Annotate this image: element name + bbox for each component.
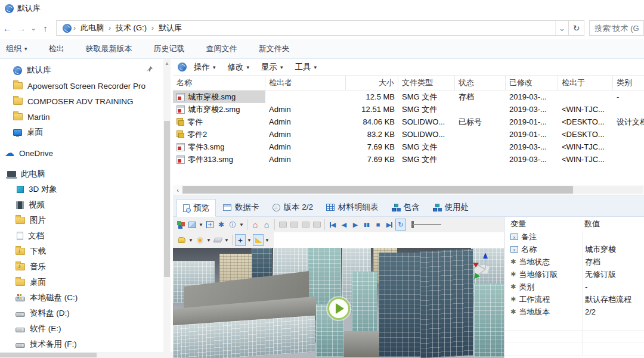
sidebar-item-drive-f[interactable]: 技术备用 (F:) <box>0 337 162 352</box>
breadcrumb-vault[interactable]: 默认库 <box>156 21 185 35</box>
column-header-checked-out-by[interactable]: 检出者 <box>265 76 346 90</box>
property-row[interactable]: ✱类别 - <box>504 281 644 293</box>
file-row[interactable]: 零件313.smg Admin 7.69 KB SMG 文件 2019-03-.… <box>173 153 644 166</box>
new-folder-button[interactable]: 新文件夹 <box>248 39 301 58</box>
tab-bom[interactable]: 材料明细表 <box>320 198 385 216</box>
tab-preview[interactable]: 预览 <box>177 199 216 217</box>
file-row[interactable]: 零件 Admin 84.06 KB SOLIDWO... 已标号 2019-01… <box>173 116 644 128</box>
address-bar[interactable]: › 此电脑 › 技术 (G:) › 默认库 ⌄ <box>56 20 569 36</box>
highlight-dot-icon[interactable] <box>194 234 205 246</box>
section-wedge-icon[interactable] <box>253 234 264 246</box>
recent-locations-dropdown[interactable]: ⌄ <box>29 21 38 35</box>
tab-version[interactable]: = 版本 2/2 <box>267 198 320 216</box>
menu-tools[interactable]: 工具 ▾ <box>290 62 322 73</box>
menu-actions[interactable]: 操作 ▾ <box>189 62 221 73</box>
lighting-icon[interactable] <box>177 234 187 246</box>
up-button[interactable]: ↑ <box>38 21 52 35</box>
column-header-state[interactable]: 状态 <box>455 76 506 90</box>
get-latest-version-button[interactable]: 获取最新版本 <box>75 39 143 58</box>
render-mode-icon[interactable] <box>175 219 186 231</box>
sidebar-item-3d-objects[interactable]: 3D 对象 <box>0 182 162 197</box>
play-button[interactable]: ▶ <box>350 219 361 231</box>
previous-frame-button[interactable]: ◀ <box>339 219 349 231</box>
chevron-down-icon[interactable]: ▼ <box>224 238 230 243</box>
camera-view-icon[interactable] <box>311 219 322 231</box>
chevron-down-icon[interactable]: ▼ <box>246 238 252 243</box>
sidebar-horizontal-scrollbar[interactable] <box>0 352 173 358</box>
alert-home-icon[interactable]: ⌂ <box>250 219 261 231</box>
3d-preview-viewport[interactable] <box>173 248 504 358</box>
tab-where-used[interactable]: 使用处 <box>427 198 475 216</box>
info-icon[interactable]: ⓘ <box>227 219 238 231</box>
chevron-down-icon[interactable]: ▼ <box>264 238 270 243</box>
sidebar-item-downloads[interactable]: ↓ 下载 <box>0 244 162 259</box>
file-row[interactable]: 零件3.smg Admin 7.69 KB SMG 文件 2019-03-...… <box>173 141 644 153</box>
menu-display[interactable]: 显示 ▾ <box>256 62 288 73</box>
sidebar-item-documents[interactable]: 文档 <box>0 228 162 244</box>
tab-contains[interactable]: 包含 <box>386 198 426 216</box>
sidebar-item-martin[interactable]: Martin <box>0 109 162 124</box>
first-frame-button[interactable]: ◀ <box>327 219 338 231</box>
search-box[interactable] <box>589 20 644 36</box>
file-row[interactable]: 城市穿梭.smg 12.5 MB SMG 文件 存档 2019-03-... - <box>173 91 644 103</box>
scrollbar-track[interactable] <box>182 186 643 194</box>
settings-gear-icon[interactable]: ✱ <box>216 219 227 231</box>
file-list-horizontal-scrollbar[interactable]: ‹ <box>173 185 644 195</box>
file-row[interactable]: 城市穿梭2.smg Admin 12.51 MB SMG 文件 2019-03-… <box>173 103 644 116</box>
property-row[interactable]: ✱当地状态 存档 <box>504 256 644 268</box>
sidebar-item-desktop-folder[interactable]: 桌面 <box>0 275 162 290</box>
scroll-left-arrow-icon[interactable]: ‹ <box>173 186 182 194</box>
scroll-up-arrow-icon[interactable]: ▲ <box>163 59 171 66</box>
property-row[interactable]: x名称 城市穿梭 <box>504 243 644 256</box>
column-header-size[interactable]: 大小 <box>346 76 398 90</box>
breadcrumb-this-pc[interactable]: 此电脑 <box>78 21 107 35</box>
file-row[interactable]: 零件2 Admin 83.2 KB SOLIDWO... 2019-01-...… <box>173 128 644 141</box>
property-row[interactable]: ✱当地修订版 无修订版 <box>504 268 644 281</box>
chevron-down-icon[interactable]: ▼ <box>188 238 194 243</box>
scrollbar-thumb[interactable] <box>0 353 97 357</box>
sidebar-item-composer-training[interactable]: COMPOSER ADV TRAINING <box>0 94 162 109</box>
forward-button[interactable]: → <box>14 21 29 35</box>
menu-modify[interactable]: 修改 ▾ <box>223 62 255 73</box>
last-frame-button[interactable]: ▶ <box>384 219 395 231</box>
sidebar-item-videos[interactable]: 视频 <box>0 197 162 213</box>
column-header-name[interactable]: 名称 <box>173 76 265 90</box>
column-header-file-type[interactable]: 文件类型 <box>398 76 455 90</box>
column-header-category[interactable]: 类别 <box>613 76 644 90</box>
camera-view-icon[interactable] <box>300 219 311 231</box>
scrollbar-thumb[interactable] <box>164 121 170 277</box>
pause-button[interactable]: ▮▮ <box>361 219 372 231</box>
sidebar-item-pictures[interactable]: 图片 <box>0 213 162 228</box>
camera-view-icon[interactable] <box>277 219 288 231</box>
scrollbar-thumb[interactable] <box>182 186 573 194</box>
tab-data-card[interactable]: 数据卡 <box>217 198 265 216</box>
sidebar-item-drive-c[interactable]: 本地磁盘 (C:) <box>0 290 162 306</box>
sidebar-item-this-pc[interactable]: 此电脑 <box>0 166 162 182</box>
history-button[interactable]: 历史记载 <box>143 39 196 58</box>
organize-button[interactable]: 组织 ▾ <box>0 39 38 58</box>
move-tool-icon[interactable]: + <box>235 234 246 246</box>
search-input[interactable] <box>595 24 639 33</box>
sidebar-item-vault[interactable]: 默认库 <box>0 63 162 78</box>
refresh-button[interactable]: ↻ <box>569 20 584 36</box>
sidebar-item-drive-e[interactable]: 软件 (E:) <box>0 321 162 337</box>
chevron-down-icon[interactable]: ▼ <box>198 222 204 228</box>
sidebar-item-apowersoft[interactable]: Apowersoft Screen Recorder Pro <box>0 78 162 94</box>
back-button[interactable]: ← <box>0 21 14 35</box>
property-row[interactable]: ✱当地版本 2/2 <box>504 306 644 318</box>
address-dropdown-chevron[interactable]: ⌄ <box>555 21 568 35</box>
home-view-icon[interactable]: ⌂ <box>261 219 272 231</box>
loop-button[interactable]: ↻ <box>395 219 406 231</box>
column-header-modified[interactable]: 已修改 <box>506 76 558 90</box>
play-animation-overlay-button[interactable] <box>327 297 350 320</box>
breadcrumb-drive-g[interactable]: 技术 (G:) <box>113 21 150 35</box>
camera-view-icon[interactable] <box>289 219 299 231</box>
eraser-icon[interactable] <box>212 234 223 246</box>
timeline-slider[interactable] <box>411 221 441 228</box>
sidebar-item-desktop[interactable]: 桌面 <box>0 124 162 140</box>
scene-view-icon[interactable] <box>187 219 197 231</box>
sidebar-item-music[interactable]: ♪ 音乐 <box>0 259 162 275</box>
view-file-button[interactable]: 查阅文件 <box>196 39 248 58</box>
chevron-down-icon[interactable]: ▼ <box>239 222 244 228</box>
sidebar-item-onedrive[interactable]: ☁ OneDrive <box>0 145 162 161</box>
